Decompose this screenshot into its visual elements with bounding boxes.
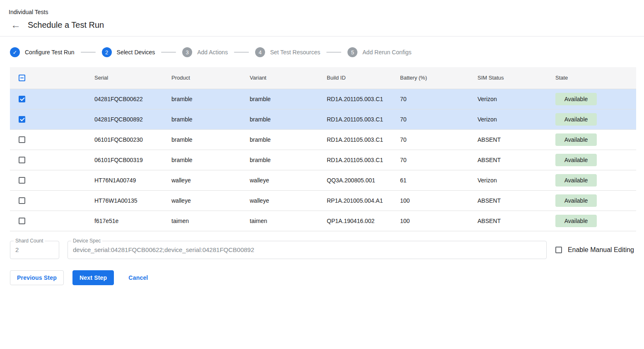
cell-build-id: RD1A.201105.003.C1	[327, 150, 400, 170]
cell-battery: 100	[400, 190, 478, 211]
cell-product: bramble	[171, 150, 250, 170]
cell-product: taimen	[171, 211, 250, 231]
cell-sim-status: ABSENT	[478, 211, 555, 231]
cell-sim-status: Verizon	[478, 109, 555, 129]
previous-step-button[interactable]: Previous Step	[10, 270, 64, 285]
cell-build-id: RD1A.201105.003.C1	[327, 129, 400, 150]
table-header-row: Serial Product Variant Build ID Battery …	[10, 67, 636, 89]
back-button[interactable]: ←	[11, 20, 21, 30]
cell-build-id: QP1A.190416.002	[327, 211, 400, 231]
shard-count-value: 2	[15, 246, 19, 253]
cell-sim-status: ABSENT	[478, 150, 555, 170]
state-badge: Available	[555, 174, 597, 187]
wizard-actions: Previous Step Next Step Cancel	[10, 270, 634, 285]
column-header-product: Product	[171, 67, 250, 89]
step-1-circle: 1✓	[10, 47, 20, 57]
breadcrumb[interactable]: Individual Tests	[9, 8, 634, 16]
check-icon: ✓	[13, 49, 17, 56]
row-checkbox[interactable]	[19, 116, 25, 123]
column-header-battery: Battery (%)	[400, 67, 478, 89]
table-row[interactable]: 04281FQCB00892 bramble bramble RD1A.2011…	[10, 109, 636, 129]
cell-product: bramble	[171, 89, 250, 109]
cell-product: walleye	[171, 170, 250, 190]
row-checkbox[interactable]	[19, 197, 25, 204]
step-1-label: Configure Test Run	[25, 49, 75, 56]
page-header: Individual Tests ← Schedule a Test Run	[0, 0, 644, 36]
cell-product: walleye	[171, 190, 250, 211]
step-5-circle: 5✓	[347, 47, 357, 57]
enable-manual-editing-checkbox[interactable]	[555, 247, 562, 253]
cell-battery: 100	[400, 211, 478, 231]
cancel-button[interactable]: Cancel	[123, 270, 154, 285]
cell-variant: bramble	[250, 150, 327, 170]
cell-variant: walleye	[250, 170, 327, 190]
cell-variant: bramble	[250, 129, 327, 150]
row-checkbox[interactable]	[19, 157, 25, 163]
row-checkbox[interactable]	[19, 136, 25, 143]
wizard-stepper: 1✓ Configure Test Run 2✓ Select Devices …	[0, 36, 644, 67]
device-table: Serial Product Variant Build ID Battery …	[10, 67, 636, 231]
cell-variant: taimen	[250, 211, 327, 231]
cell-build-id: RD1A.201105.003.C1	[327, 89, 400, 109]
step-connector	[161, 52, 176, 53]
step-add-actions[interactable]: 3✓ Add Actions	[182, 47, 228, 57]
cell-sim-status: ABSENT	[478, 129, 555, 150]
column-header-variant: Variant	[250, 67, 327, 89]
enable-manual-editing-control: Enable Manual Editing	[555, 246, 634, 254]
shard-count-label: Shard Count	[14, 238, 45, 244]
device-spec-value: device_serial:04281FQCB00622;device_seri…	[73, 246, 254, 253]
step-set-test-resources[interactable]: 4✓ Set Test Resources	[255, 47, 320, 57]
step-3-label: Add Actions	[197, 49, 228, 56]
cell-battery: 61	[400, 170, 478, 190]
cell-product: bramble	[171, 129, 250, 150]
cell-variant: bramble	[250, 89, 327, 109]
cell-serial: 06101FQCB00230	[94, 129, 171, 150]
table-row[interactable]: f617e51e taimen taimen QP1A.190416.002 1…	[10, 211, 636, 231]
state-badge: Available	[555, 154, 597, 166]
cell-battery: 70	[400, 109, 478, 129]
step-4-label: Set Test Resources	[270, 49, 320, 56]
cell-build-id: RD1A.201105.003.C1	[327, 109, 400, 129]
table-row[interactable]: 06101FQCB00230 bramble bramble RD1A.2011…	[10, 129, 636, 150]
column-header-state: State	[555, 67, 636, 89]
cell-serial: HT76N1A00749	[94, 170, 171, 190]
cell-build-id: RP1A.201005.004.A1	[327, 190, 400, 211]
column-header-sim-status: SIM Status	[478, 67, 555, 89]
state-badge: Available	[555, 215, 597, 227]
cell-serial: f617e51e	[94, 211, 171, 231]
state-badge: Available	[555, 133, 597, 146]
step-2-label: Select Devices	[117, 49, 155, 56]
cell-serial: 04281FQCB00622	[94, 89, 171, 109]
table-row[interactable]: 06101FQCB00319 bramble bramble RD1A.2011…	[10, 150, 636, 170]
row-checkbox[interactable]	[19, 96, 25, 102]
table-row[interactable]: 04281FQCB00622 bramble bramble RD1A.2011…	[10, 89, 636, 109]
cell-serial: 04281FQCB00892	[94, 109, 171, 129]
step-5-label: Add Rerun Configs	[362, 49, 411, 56]
step-add-rerun-configs[interactable]: 5✓ Add Rerun Configs	[347, 47, 411, 57]
state-badge: Available	[555, 194, 597, 207]
table-row[interactable]: HT76N1A00749 walleye walleye QQ3A.200805…	[10, 170, 636, 190]
column-header-serial: Serial	[94, 67, 171, 89]
row-checkbox[interactable]	[19, 177, 25, 184]
step-select-devices[interactable]: 2✓ Select Devices	[102, 47, 155, 57]
device-spec-field[interactable]: Device Spec device_serial:04281FQCB00622…	[68, 241, 547, 259]
cell-sim-status: Verizon	[478, 89, 555, 109]
enable-manual-editing-label: Enable Manual Editing	[568, 246, 634, 254]
state-badge: Available	[555, 113, 597, 126]
step-configure-test-run[interactable]: 1✓ Configure Test Run	[10, 47, 75, 57]
column-header-build-id: Build ID	[327, 67, 400, 89]
cell-battery: 70	[400, 89, 478, 109]
step-connector	[234, 52, 249, 53]
table-row[interactable]: HT76W1A00135 walleye walleye RP1A.201005…	[10, 190, 636, 211]
cell-variant: bramble	[250, 109, 327, 129]
page-title: Schedule a Test Run	[28, 19, 104, 30]
state-badge: Available	[555, 93, 597, 105]
cell-build-id: QQ3A.200805.001	[327, 170, 400, 190]
next-step-button[interactable]: Next Step	[72, 270, 114, 285]
cell-sim-status: ABSENT	[478, 190, 555, 211]
step-connector	[326, 52, 341, 53]
row-checkbox[interactable]	[19, 218, 25, 224]
shard-count-field[interactable]: Shard Count 2	[10, 241, 59, 259]
select-all-checkbox[interactable]	[19, 75, 25, 81]
step-2-circle: 2✓	[102, 47, 112, 57]
